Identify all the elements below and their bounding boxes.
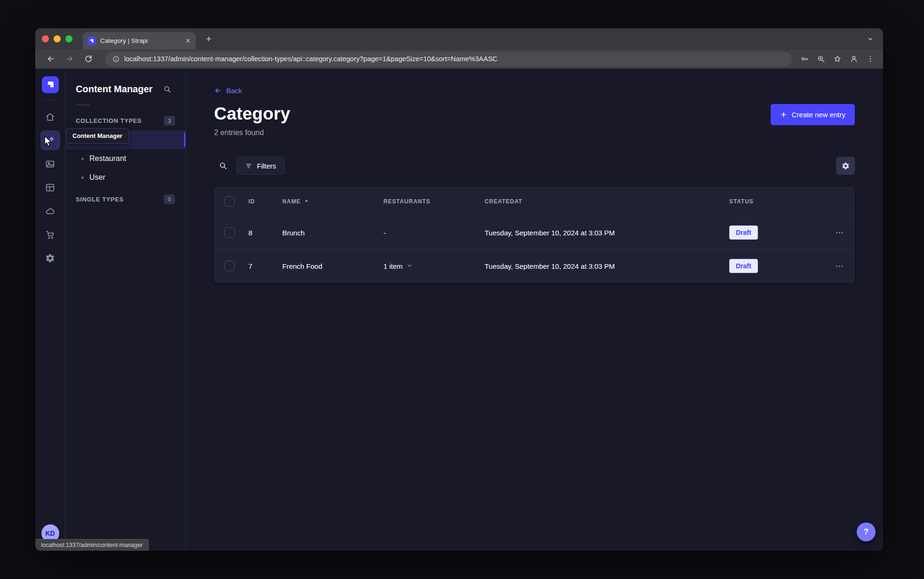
subnav-title: Content Manager <box>76 84 152 95</box>
create-new-entry-label: Create new entry <box>792 111 845 119</box>
filter-icon <box>245 162 252 169</box>
browser-tabstrip: Category | Strapi <box>35 28 883 49</box>
table-row[interactable]: 8 Brunch - Tuesday, September 10, 2024 a… <box>215 216 854 249</box>
url-text: localhost:1337/admin/content-manager/col… <box>124 55 497 63</box>
cell-createdat: Tuesday, September 10, 2024 at 3:03 PM <box>481 229 725 237</box>
col-header-status[interactable]: STATUS <box>725 198 824 205</box>
window-controls <box>42 35 72 42</box>
title-block: Category 2 entries found <box>214 104 290 137</box>
col-header-restaurants[interactable]: RESTAURANTS <box>380 198 481 205</box>
nav-deploy-cloud-icon[interactable] <box>40 201 60 221</box>
main-content: Back Category 2 entries found Create new… <box>186 69 883 551</box>
strapi-favicon-icon <box>88 37 96 45</box>
nav-content-type-builder-icon[interactable] <box>40 177 60 197</box>
subnav-item-user[interactable]: User <box>65 168 185 187</box>
password-key-icon[interactable] <box>800 55 809 63</box>
cell-restaurants: - <box>380 229 481 237</box>
subnav-item-label: User <box>89 173 105 182</box>
help-button[interactable]: ? <box>857 523 876 541</box>
browser-window: Category | Strapi localhost:1337/admin <box>35 28 883 551</box>
page-header: Category 2 entries found Create new entr… <box>214 104 855 137</box>
close-window-button[interactable] <box>42 35 49 42</box>
nav-home-icon[interactable] <box>40 107 60 127</box>
mouse-cursor <box>44 136 54 148</box>
subnav-header: Content Manager <box>65 81 185 97</box>
cell-status: Draft <box>725 259 824 273</box>
nav-media-library-icon[interactable] <box>40 154 60 174</box>
back-arrow-icon <box>214 87 222 95</box>
collection-types-label: COLLECTION TYPES <box>76 117 142 124</box>
strapi-logo[interactable] <box>42 76 59 93</box>
minimize-window-button[interactable] <box>54 35 61 42</box>
subnav-item-label: Restaurant <box>89 154 126 163</box>
filters-button[interactable]: Filters <box>237 157 285 175</box>
toolbar-right-icons <box>800 55 876 63</box>
single-types-section: SINGLE TYPES 0 <box>65 190 185 209</box>
forward-nav-icon[interactable] <box>62 51 78 67</box>
content-manager-tooltip: Content Manager <box>66 128 129 144</box>
url-bar[interactable]: localhost:1337/admin/content-manager/col… <box>105 52 792 66</box>
create-new-entry-button[interactable]: Create new entry <box>771 104 855 125</box>
entries-table: ID NAME RESTAURANTS CREATEDAT STATUS <box>214 187 855 283</box>
row-actions-menu-icon[interactable] <box>824 262 854 271</box>
bookmark-star-icon[interactable] <box>833 55 842 63</box>
row-checkbox[interactable] <box>224 227 235 238</box>
cell-restaurants: 1 item <box>380 262 481 270</box>
cell-status: Draft <box>725 225 824 240</box>
tab-close-icon[interactable] <box>185 38 191 44</box>
row-checkbox-cell <box>215 261 245 271</box>
gear-icon <box>842 162 850 170</box>
nav-marketplace-cart-icon[interactable] <box>40 225 60 244</box>
browser-profile-icon[interactable] <box>850 55 858 63</box>
sort-ascending-caret-icon[interactable] <box>304 198 309 205</box>
tab-search-chevron-icon[interactable] <box>864 33 876 45</box>
row-actions-menu-icon[interactable] <box>824 228 854 237</box>
tab-title: Category | Strapi <box>100 37 181 44</box>
fullscreen-window-button[interactable] <box>65 35 72 42</box>
nav-settings-gear-icon[interactable] <box>40 248 60 268</box>
list-controls: Filters <box>214 157 855 175</box>
back-link[interactable]: Back <box>214 87 242 95</box>
status-badge: Draft <box>729 259 758 273</box>
cell-name: Brunch <box>279 229 380 237</box>
single-types-label: SINGLE TYPES <box>76 196 124 203</box>
browser-menu-kebab-icon[interactable] <box>866 55 875 63</box>
col-header-name[interactable]: NAME <box>279 198 380 205</box>
filters-label: Filters <box>257 162 276 170</box>
strapi-admin-app: KD Content Manager COLLECTION TYPES 3 Ca… <box>35 69 883 551</box>
collection-types-section: COLLECTION TYPES 3 <box>65 111 185 130</box>
search-icon[interactable] <box>214 157 232 175</box>
table-row[interactable]: 7 French Food 1 item Tuesday, September … <box>215 249 854 282</box>
subnav-divider <box>76 105 90 105</box>
back-label: Back <box>226 87 242 95</box>
bullet-icon <box>81 158 84 160</box>
rail-divider <box>44 100 57 100</box>
subnav-item-restaurant[interactable]: Restaurant <box>65 149 185 168</box>
collection-types-count-badge: 3 <box>164 116 175 126</box>
reload-icon[interactable] <box>80 51 96 67</box>
plus-icon <box>780 111 787 118</box>
browser-tab-active[interactable]: Category | Strapi <box>83 32 196 49</box>
page-info-icon[interactable] <box>112 56 119 63</box>
entries-count: 2 entries found <box>214 129 290 137</box>
restaurants-count: 1 item <box>383 262 403 270</box>
cell-id: 8 <box>245 229 279 237</box>
cell-id: 7 <box>245 262 279 270</box>
chevron-down-icon[interactable] <box>406 262 413 270</box>
cell-createdat: Tuesday, September 10, 2024 at 3:03 PM <box>481 262 725 270</box>
status-badge: Draft <box>729 225 758 240</box>
new-tab-button[interactable] <box>201 32 215 46</box>
cell-name: French Food <box>279 262 380 270</box>
zoom-icon[interactable] <box>817 55 825 63</box>
subnav-search-icon[interactable] <box>159 81 175 97</box>
table-header-row: ID NAME RESTAURANTS CREATEDAT STATUS <box>215 187 854 216</box>
browser-toolbar: localhost:1337/admin/content-manager/col… <box>35 49 883 69</box>
col-header-id[interactable]: ID <box>245 198 279 205</box>
col-header-createdat[interactable]: CREATEDAT <box>481 198 725 205</box>
view-settings-gear-button[interactable] <box>836 157 855 175</box>
select-all-checkbox[interactable] <box>224 196 235 207</box>
header-checkbox-cell <box>215 196 245 207</box>
row-checkbox[interactable] <box>224 261 235 271</box>
page-title: Category <box>214 104 290 124</box>
back-nav-icon[interactable] <box>43 51 59 67</box>
